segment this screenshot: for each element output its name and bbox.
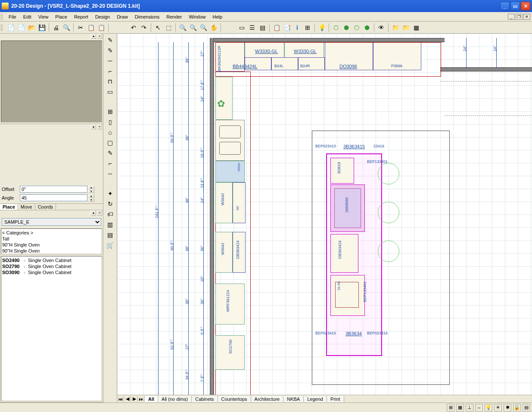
cabinet[interactable] — [215, 284, 245, 325]
status-star-icon[interactable]: ✱ — [504, 404, 511, 412]
tab-first[interactable]: ⏮ — [117, 396, 124, 402]
menu-view[interactable]: View — [35, 13, 52, 20]
dims-icon[interactable]: ⊞ — [303, 23, 312, 32]
mdi-minimize[interactable]: _ — [508, 14, 515, 20]
panel-pin-icon[interactable]: ▴ — [91, 34, 96, 39]
view3-icon[interactable]: ▤ — [258, 23, 267, 32]
box2-icon[interactable]: ⬢ — [342, 23, 351, 32]
catalog-select[interactable]: SAMPLE_E — [2, 218, 101, 226]
panel-pin-icon[interactable]: ▴ — [91, 124, 96, 129]
angle-icon[interactable]: ⌐ — [106, 159, 115, 168]
canvas-tab-cabinets[interactable]: Cabinets — [192, 396, 218, 402]
arch-icon[interactable]: ⌂ — [106, 128, 115, 137]
print-icon[interactable]: 🖨 — [51, 23, 61, 32]
eye-icon[interactable]: 👁 — [376, 23, 386, 32]
cut-icon[interactable]: ✂ — [76, 23, 85, 32]
wand-icon[interactable]: ✦ — [106, 189, 115, 198]
stool[interactable] — [378, 163, 399, 184]
pencil2-icon[interactable]: ✎ — [106, 46, 115, 55]
cabinet[interactable] — [330, 275, 365, 316]
preview-icon[interactable]: 🔍 — [62, 23, 71, 32]
stool[interactable] — [378, 202, 399, 223]
maximize-button[interactable]: ▭ — [510, 2, 520, 10]
cat-1[interactable]: Tall — [2, 236, 101, 242]
undo-icon[interactable]: ↶ — [129, 23, 138, 32]
ushape-icon[interactable]: ⊓ — [106, 77, 115, 86]
layer-icon[interactable]: ▥ — [106, 220, 115, 229]
cabinet[interactable] — [330, 234, 358, 273]
canvas-tab-print[interactable]: Print — [327, 396, 344, 402]
wall[interactable] — [440, 67, 532, 72]
menu-window[interactable]: Window — [185, 13, 209, 20]
cabinet[interactable] — [330, 158, 354, 184]
canvas-tab-legend[interactable]: Legend — [304, 396, 327, 402]
angle-up[interactable]: ▴ — [88, 194, 94, 198]
note-icon[interactable]: ✎ — [106, 148, 115, 158]
panel-pin-icon[interactable]: ▴ — [91, 210, 96, 215]
tab-next[interactable]: ▶ — [131, 396, 138, 402]
grid-icon[interactable]: ▦ — [411, 23, 421, 32]
mdi-restore[interactable]: ❐ — [516, 14, 523, 20]
catalog-categories[interactable]: < Categories > Tall 90"H Single Oven 90"… — [1, 228, 102, 254]
canvas-tab-nodims[interactable]: All (no dims) — [158, 396, 192, 402]
menu-design[interactable]: Design — [92, 13, 113, 20]
info-icon[interactable]: i — [292, 23, 302, 32]
redo-icon[interactable]: ↷ — [139, 23, 149, 32]
save-icon[interactable]: 💾 — [37, 23, 47, 32]
angle-down[interactable]: ▾ — [88, 198, 94, 202]
sink-cabinet[interactable] — [215, 120, 245, 161]
menu-render[interactable]: Render — [163, 13, 185, 20]
close-button[interactable]: ✕ — [521, 2, 530, 10]
list-item[interactable]: SO3090›Single Oven Cabinet — [2, 269, 101, 275]
box3-icon[interactable]: ⬡ — [352, 23, 361, 32]
layers-icon[interactable]: ▤ — [106, 230, 115, 240]
tag-icon[interactable]: 🏷 — [106, 209, 115, 219]
angle-input[interactable] — [20, 194, 87, 201]
pencil-icon[interactable]: ✎ — [106, 35, 115, 45]
canvas-tab-nkba[interactable]: NKBA — [283, 396, 304, 402]
folder1-icon[interactable]: 📁 — [391, 23, 400, 32]
open-icon[interactable]: 📂 — [27, 23, 36, 32]
offset-input[interactable] — [20, 186, 87, 193]
pointer-icon[interactable]: ↖ — [153, 23, 163, 32]
select-icon[interactable]: ⬚ — [164, 23, 173, 32]
panel-close-icon[interactable]: × — [97, 210, 102, 215]
mdi-close[interactable]: ✕ — [523, 14, 530, 20]
status-snap-icon[interactable]: ⊞ — [447, 404, 454, 412]
menu-edit[interactable]: Edit — [20, 13, 35, 20]
box1-icon[interactable]: ⬡ — [331, 23, 341, 32]
zoom-out-icon[interactable]: 🔍 — [188, 23, 198, 32]
drawing-canvas[interactable]: W3330-GL W3330-GL WA39264212R BB443424L … — [117, 34, 532, 395]
paste-icon[interactable]: 📋 — [96, 23, 106, 32]
status-grid-icon[interactable]: ▦ — [456, 404, 464, 412]
panel-close-icon[interactable]: × — [97, 124, 102, 129]
status-ortho-icon[interactable]: ⊥ — [466, 404, 473, 412]
lshape-icon[interactable]: ⌐ — [106, 66, 115, 76]
new-icon[interactable]: 📄 — [6, 23, 16, 32]
status-dim-icon[interactable]: ↔ — [475, 404, 483, 412]
offset-up[interactable]: ▴ — [88, 185, 94, 189]
zoom-fit-icon[interactable]: 🔍 — [199, 23, 208, 32]
offset-down[interactable]: ▾ — [88, 189, 94, 193]
canvas-tab-all[interactable]: All — [145, 396, 158, 402]
canvas-tab-countertops[interactable]: Countertops — [218, 396, 251, 402]
tab-last[interactable]: ⏭ — [138, 396, 145, 402]
menu-file[interactable]: File — [5, 13, 20, 20]
list-icon[interactable]: 📋 — [272, 23, 281, 32]
status-sun-icon[interactable]: ☀ — [494, 404, 502, 412]
view1-icon[interactable]: ▭ — [237, 23, 246, 32]
wall[interactable] — [210, 38, 214, 395]
new2-icon[interactable]: 📄 — [16, 23, 26, 32]
report-icon[interactable]: 📑 — [282, 23, 292, 32]
box4-icon[interactable]: ⬢ — [362, 23, 372, 32]
tab-coords[interactable]: Coords — [35, 204, 56, 210]
menu-help[interactable]: Help — [209, 13, 226, 20]
menu-place[interactable]: Place — [52, 13, 71, 20]
panel-close-icon[interactable]: × — [97, 34, 102, 39]
status-layers-icon[interactable]: ▤ — [523, 404, 530, 412]
cat-2[interactable]: 90"H Single Oven — [2, 242, 101, 248]
copy-icon[interactable]: 📋 — [86, 23, 96, 32]
menu-report[interactable]: Report — [71, 13, 92, 20]
pan-icon[interactable]: ✋ — [209, 23, 218, 32]
stool[interactable] — [378, 240, 399, 262]
